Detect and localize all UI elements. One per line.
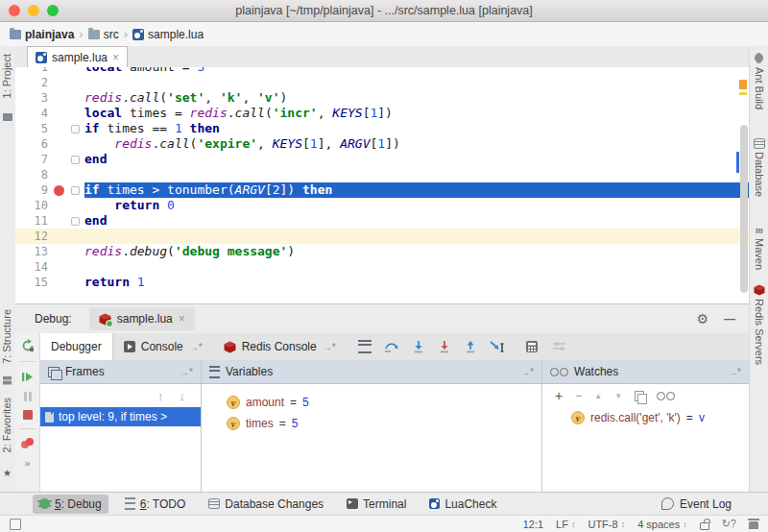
code-line[interactable]: 6 redis.call('expire', KEYS[1], ARGV[1]) (15, 136, 749, 152)
sidebar-item-structure[interactable]: 7: Structure (1, 309, 12, 364)
breadcrumb-file[interactable]: sample.lua (132, 28, 204, 41)
gutter[interactable]: 6 (15, 136, 84, 152)
titlebar[interactable]: plainjava [~/tmp/plainjava] - .../src/sa… (0, 0, 768, 22)
zoom-window-button[interactable] (47, 5, 59, 16)
evaluate-expression-icon[interactable] (525, 340, 540, 353)
fold-marker[interactable] (71, 186, 80, 195)
more-actions-icon[interactable]: » (24, 457, 30, 469)
refresh-question-icon[interactable]: ↻? (722, 518, 736, 530)
pause-icon[interactable] (24, 392, 32, 401)
caret-position[interactable]: 12:1 (523, 519, 543, 530)
debug-session-tab[interactable]: sample.lua × (89, 307, 195, 330)
toolwindow-terminal-button[interactable]: Terminal (340, 495, 413, 514)
step-out-icon[interactable] (464, 340, 477, 353)
code-line[interactable]: 10 return 0 (15, 198, 749, 213)
close-icon[interactable]: × (179, 313, 185, 325)
remove-watch-icon[interactable]: − (575, 389, 582, 402)
move-up-icon[interactable]: ▲ (594, 392, 602, 400)
show-watches-icon[interactable] (657, 392, 675, 400)
add-watch-icon[interactable]: + (555, 388, 563, 403)
sidebar-item-database[interactable]: Database (754, 152, 765, 197)
inspections-hector-icon[interactable] (749, 521, 758, 529)
hide-icon[interactable]: — (724, 312, 735, 326)
toolwindow-todo-button[interactable]: 6: TODO (118, 495, 193, 514)
gutter[interactable]: 13 (15, 244, 84, 259)
float-pin-icon[interactable]: →* (728, 367, 741, 377)
sidebar-item-redis-servers[interactable]: Redis Servers (754, 299, 765, 365)
code-line[interactable]: 14 (15, 259, 749, 275)
copy-icon[interactable] (635, 391, 644, 401)
code-line[interactable]: 13redis.debug('debug message') (15, 244, 749, 259)
breakpoint-dot[interactable] (54, 185, 64, 196)
gutter[interactable]: 14 (15, 259, 84, 275)
float-pin-icon[interactable]: →* (520, 367, 534, 377)
gutter[interactable]: 7 (15, 152, 84, 167)
step-over-icon[interactable] (384, 340, 399, 353)
code-line[interactable]: 8 (15, 167, 749, 182)
code-line[interactable]: 4local times = redis.call('incr', KEYS[1… (15, 106, 749, 121)
gutter[interactable]: 5 (15, 121, 84, 136)
fold-marker[interactable] (71, 156, 80, 164)
watch-row[interactable]: vredis.call('get', 'k')=v (542, 407, 749, 428)
float-pin-icon[interactable]: →* (180, 367, 193, 377)
editor-tab[interactable]: sample.lua × (27, 46, 128, 67)
sidebar-item-favorites[interactable]: 2: Favorites (1, 398, 12, 452)
code-editor[interactable]: 1local amount = 523redis.call('set', 'k'… (15, 67, 749, 303)
frame-down-icon[interactable]: ↓ (180, 389, 186, 403)
step-into-icon[interactable] (412, 340, 425, 353)
event-log-button[interactable]: Event Log (661, 497, 768, 511)
move-down-icon[interactable]: ▼ (614, 392, 622, 400)
gutter[interactable]: 9 (15, 182, 84, 198)
variable-row[interactable]: vtimes=5 (202, 413, 541, 434)
fold-marker[interactable] (71, 217, 80, 226)
gutter[interactable]: 10 (15, 198, 84, 213)
gutter[interactable]: 1 (15, 67, 84, 75)
breadcrumb-src[interactable]: src (88, 28, 119, 41)
layout-settings-icon[interactable] (358, 340, 372, 353)
line-separator-select[interactable]: LF↕ (556, 519, 575, 530)
breadcrumb-project[interactable]: plainjava (10, 28, 74, 41)
gutter[interactable]: 12 (15, 229, 84, 244)
float-pin-icon[interactable]: →* (189, 342, 203, 352)
tab-redis-console[interactable]: Redis Console →* (213, 333, 347, 360)
close-window-button[interactable] (9, 5, 20, 16)
code-line[interactable]: 9if times > tonumber(ARGV[2]) then (15, 182, 749, 198)
selected-frame-row[interactable]: top level: 9, if times > (40, 407, 201, 426)
settings-sliders-icon-disabled[interactable] (552, 341, 566, 352)
run-to-cursor-icon[interactable] (490, 340, 505, 353)
toolwindow-database-changes-button[interactable]: Database Changes (202, 495, 330, 514)
toolwindow-luacheck-button[interactable]: LuaCheck (422, 495, 503, 514)
tab-console[interactable]: Console →* (113, 333, 213, 360)
sidebar-item-project[interactable]: 1: Project (1, 54, 12, 98)
force-step-into-icon[interactable] (438, 340, 451, 353)
gutter[interactable]: 15 (15, 275, 84, 290)
indent-select[interactable]: 4 spaces↕ (637, 519, 687, 530)
code-line[interactable]: 12 (15, 229, 749, 244)
gutter[interactable]: 3 (15, 90, 84, 106)
close-icon[interactable]: × (112, 52, 119, 63)
code-line[interactable]: 2 (15, 75, 749, 90)
code-line[interactable]: 7end (15, 152, 749, 167)
gear-icon[interactable]: ⚙ (696, 312, 708, 326)
gutter[interactable]: 8 (15, 167, 84, 182)
code-line[interactable]: 11end (15, 213, 749, 229)
sidebar-item-ant-build[interactable]: Ant Build (754, 67, 765, 109)
tab-debugger[interactable]: Debugger (40, 333, 113, 360)
stop-icon[interactable] (23, 410, 33, 420)
gutter[interactable]: 2 (15, 75, 84, 90)
editor-scrollbar[interactable] (740, 125, 748, 293)
resume-icon[interactable] (21, 371, 34, 383)
toolwindow-debug-button[interactable]: 5: Debug (33, 495, 108, 514)
weak-warning-stripe-marker[interactable] (739, 92, 747, 95)
encoding-select[interactable]: UTF-8↕ (588, 519, 625, 530)
warning-stripe-marker[interactable] (739, 80, 747, 89)
sidebar-item-maven[interactable]: Maven (754, 238, 765, 270)
code-line[interactable]: 5if times == 1 then (15, 121, 749, 136)
rerun-icon[interactable] (21, 339, 35, 352)
frame-up-icon[interactable]: ↑ (157, 389, 164, 403)
error-stripe[interactable] (737, 67, 749, 303)
fold-marker[interactable] (71, 125, 80, 133)
readonly-lock-icon[interactable] (700, 522, 709, 530)
gutter[interactable]: 11 (15, 213, 84, 229)
view-breakpoints-icon[interactable] (21, 438, 34, 448)
